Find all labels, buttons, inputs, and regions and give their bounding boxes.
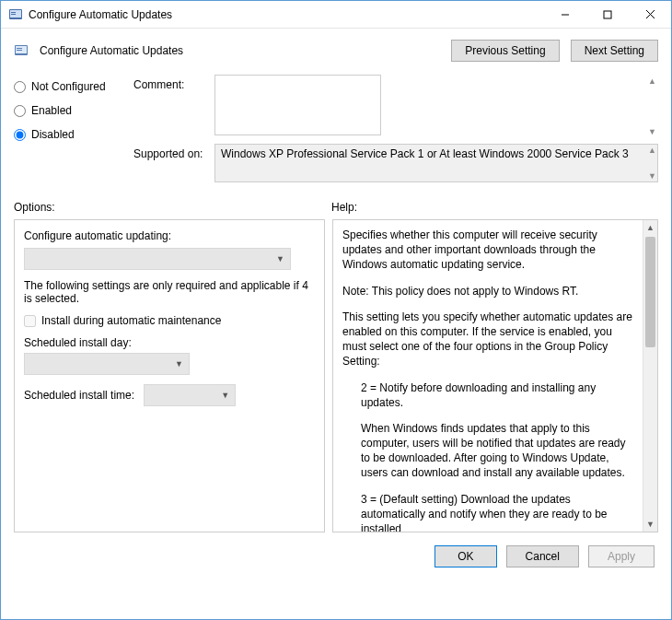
policy-title: Configure Automatic Updates: [40, 44, 183, 57]
policy-header: Configure Automatic Updates Previous Set…: [1, 29, 671, 71]
svg-rect-5: [604, 11, 611, 18]
previous-setting-button[interactable]: Previous Setting: [451, 40, 559, 62]
supported-scroll: ▲▼: [648, 146, 656, 181]
radio-not-configured-input[interactable]: [14, 81, 26, 93]
radio-not-configured[interactable]: Not Configured: [14, 80, 133, 93]
help-panel: Specifies whether this computer will rec…: [332, 219, 658, 532]
supported-on-value: Windows XP Professional Service Pack 1 o…: [214, 144, 658, 182]
install-maintenance-label: Install during automatic maintenance: [41, 314, 221, 327]
comment-scroll: ▲▼: [648, 76, 656, 136]
svg-rect-2: [11, 12, 16, 13]
help-paragraph: When Windows finds updates that apply to…: [342, 421, 637, 481]
options-panel: Configure automatic updating: ▼ The foll…: [14, 219, 325, 532]
install-maintenance-checkbox[interactable]: Install during automatic maintenance: [24, 314, 315, 327]
radio-enabled[interactable]: Enabled: [14, 104, 133, 117]
scheduled-install-day-select[interactable]: ▼: [24, 353, 190, 375]
help-content: Specifies whether this computer will rec…: [333, 220, 643, 532]
configure-updating-label: Configure automatic updating:: [24, 229, 315, 242]
apply-button[interactable]: Apply: [588, 545, 655, 567]
supported-on-label: Supported on:: [133, 144, 214, 160]
configure-updating-select[interactable]: ▼: [24, 248, 291, 270]
svg-rect-10: [17, 48, 22, 49]
main-split: Configure automatic updating: ▼ The foll…: [1, 219, 671, 532]
chevron-down-icon: ▼: [276, 254, 284, 263]
section-labels: Options: Help:: [1, 195, 671, 219]
help-section-label: Help:: [331, 201, 357, 214]
policy-state-section: Not Configured Enabled Disabled Comment:…: [1, 71, 671, 195]
scroll-up-icon[interactable]: ▲: [643, 220, 657, 235]
help-paragraph: This setting lets you specify whether au…: [342, 310, 637, 369]
radio-disabled-input[interactable]: [14, 129, 26, 141]
close-button[interactable]: [629, 1, 671, 28]
comment-textarea[interactable]: [214, 75, 381, 135]
help-paragraph: 3 = (Default setting) Download the updat…: [342, 492, 637, 532]
options-note: The following settings are only required…: [24, 279, 315, 305]
scheduled-install-day-label: Scheduled install day:: [24, 336, 315, 349]
scrollbar-track[interactable]: [643, 235, 657, 517]
radio-enabled-label: Enabled: [31, 104, 72, 117]
svg-rect-3: [11, 14, 16, 15]
scheduled-install-time-label: Scheduled install time:: [24, 389, 134, 402]
next-setting-button[interactable]: Next Setting: [571, 40, 658, 62]
window-controls: [544, 1, 671, 28]
scheduled-install-time-select[interactable]: ▼: [144, 384, 236, 406]
comment-label: Comment:: [133, 75, 214, 91]
radio-not-configured-label: Not Configured: [31, 80, 106, 93]
titlebar: Configure Automatic Updates: [1, 1, 671, 29]
help-paragraph: 2 = Notify before downloading and instal…: [342, 380, 637, 410]
svg-rect-11: [17, 50, 22, 51]
cancel-button[interactable]: Cancel: [506, 545, 579, 567]
chevron-down-icon: ▼: [221, 391, 229, 400]
ok-button[interactable]: OK: [434, 545, 496, 567]
policy-icon: [14, 43, 32, 58]
radio-enabled-input[interactable]: [14, 105, 26, 117]
scrollbar-thumb[interactable]: [645, 237, 655, 347]
help-scrollbar[interactable]: ▲ ▼: [643, 220, 657, 532]
scroll-down-icon[interactable]: ▼: [643, 517, 657, 532]
minimize-button[interactable]: [544, 1, 586, 28]
chevron-down-icon: ▼: [175, 359, 183, 368]
help-paragraph: Specifies whether this computer will rec…: [342, 228, 637, 273]
radio-disabled-label: Disabled: [31, 128, 75, 141]
window-title: Configure Automatic Updates: [29, 8, 544, 21]
maximize-button[interactable]: [586, 1, 629, 28]
options-section-label: Options:: [14, 201, 331, 214]
help-paragraph: Note: This policy does not apply to Wind…: [342, 284, 637, 298]
radio-disabled[interactable]: Disabled: [14, 128, 133, 141]
bottom-button-bar: OK Cancel Apply: [1, 532, 671, 580]
install-maintenance-input[interactable]: [24, 315, 36, 327]
app-icon: [8, 7, 23, 22]
